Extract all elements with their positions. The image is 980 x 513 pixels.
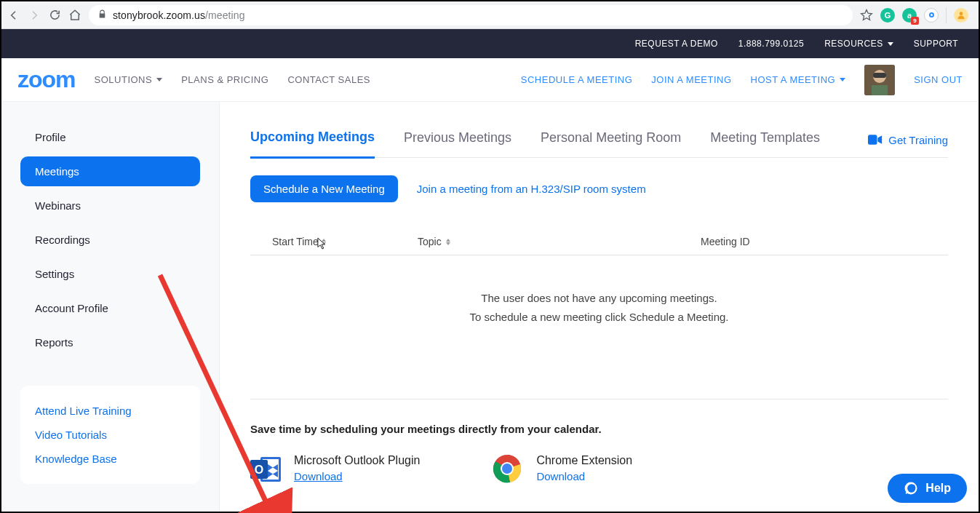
reload-button[interactable] xyxy=(48,9,61,22)
schedule-new-meeting-button[interactable]: Schedule a New Meeting xyxy=(250,175,398,202)
sidebar-item-meetings[interactable]: Meetings xyxy=(20,156,200,186)
join-sip-link[interactable]: Join a meeting from an H.323/SIP room sy… xyxy=(417,183,646,195)
tab-meeting-templates[interactable]: Meeting Templates xyxy=(710,123,820,157)
support-link[interactable]: SUPPORT xyxy=(914,39,958,49)
empty-message-2: To schedule a new meeting click Schedule… xyxy=(250,308,948,327)
sort-icon[interactable] xyxy=(446,239,450,245)
chevron-down-icon xyxy=(840,78,845,81)
join-meeting-link[interactable]: JOIN A MEETING xyxy=(651,74,731,85)
sidebar: Profile Meetings Webinars Recordings Set… xyxy=(1,102,220,512)
request-demo-link[interactable]: REQUEST A DEMO xyxy=(635,39,718,49)
profile-avatar-icon[interactable] xyxy=(954,8,968,23)
calendar-integrations: Save time by scheduling your meetings di… xyxy=(250,399,948,485)
svg-point-0 xyxy=(960,12,963,15)
mouse-cursor-icon xyxy=(317,237,327,250)
integrations-title: Save time by scheduling your meetings di… xyxy=(250,423,948,435)
extension-other-icon[interactable] xyxy=(924,8,939,23)
video-camera-icon xyxy=(868,135,883,145)
chrome-extension: Chrome Extension Download xyxy=(493,454,632,485)
main-header: zoom SOLUTIONS PLANS & PRICING CONTACT S… xyxy=(1,58,979,102)
outlook-plugin-name: Microsoft Outlook Plugin xyxy=(294,454,420,467)
svg-text:O: O xyxy=(255,464,263,476)
nav-contact-sales[interactable]: CONTACT SALES xyxy=(287,74,370,85)
nav-solutions[interactable]: SOLUTIONS xyxy=(95,74,163,85)
sidebar-item-profile[interactable]: Profile xyxy=(20,122,200,152)
star-icon[interactable] xyxy=(860,9,873,22)
chrome-download-link[interactable]: Download xyxy=(536,470,585,482)
address-bar[interactable]: stonybrook.zoom.us/meeting xyxy=(89,5,853,25)
utility-nav: REQUEST A DEMO 1.888.799.0125 RESOURCES … xyxy=(1,29,979,58)
chrome-extension-name: Chrome Extension xyxy=(536,454,632,467)
help-button[interactable]: Help xyxy=(888,474,967,503)
lock-icon xyxy=(97,9,107,21)
extension-adguard-icon[interactable]: a9 xyxy=(902,8,917,23)
sidebar-item-settings[interactable]: Settings xyxy=(20,259,200,289)
tab-upcoming-meetings[interactable]: Upcoming Meetings xyxy=(250,122,375,159)
meeting-tabs: Upcoming Meetings Previous Meetings Pers… xyxy=(250,122,948,158)
nav-plans-pricing[interactable]: PLANS & PRICING xyxy=(181,74,268,85)
phone-number[interactable]: 1.888.799.0125 xyxy=(738,39,804,49)
get-training-link[interactable]: Get Training xyxy=(868,134,948,146)
chat-bubble-icon xyxy=(904,481,918,496)
toolbar-divider xyxy=(946,7,947,23)
sidebar-help-box: Attend Live Training Video Tutorials Kno… xyxy=(20,386,200,484)
sidebar-item-reports[interactable]: Reports xyxy=(20,327,200,357)
svg-rect-3 xyxy=(873,73,886,78)
host-meeting-menu[interactable]: HOST A MEETING xyxy=(751,74,846,85)
tab-previous-meetings[interactable]: Previous Meetings xyxy=(404,123,511,157)
svg-point-13 xyxy=(502,464,512,474)
user-avatar[interactable] xyxy=(864,65,895,95)
outlook-plugin: O Microsoft Outlook Plugin Download xyxy=(250,454,420,485)
chevron-down-icon xyxy=(156,78,162,81)
empty-message-1: The user does not have any upcoming meet… xyxy=(250,289,948,308)
sign-out-link[interactable]: SIGN OUT xyxy=(914,74,963,85)
video-tutorials-link[interactable]: Video Tutorials xyxy=(35,423,186,447)
back-button[interactable] xyxy=(7,9,20,22)
home-button[interactable] xyxy=(68,9,81,22)
extension-grammarly-icon[interactable]: G xyxy=(880,8,895,23)
empty-state: The user does not have any upcoming meet… xyxy=(250,255,948,399)
sidebar-item-account-profile[interactable]: Account Profile xyxy=(20,293,200,323)
attend-training-link[interactable]: Attend Live Training xyxy=(35,399,186,423)
col-start-time[interactable]: Start Time xyxy=(272,236,319,247)
browser-toolbar: stonybrook.zoom.us/meeting G a9 xyxy=(1,1,979,29)
main-content: Upcoming Meetings Previous Meetings Pers… xyxy=(220,102,979,512)
schedule-meeting-link[interactable]: SCHEDULE A MEETING xyxy=(521,74,632,85)
tab-personal-meeting-room[interactable]: Personal Meeting Room xyxy=(541,123,681,157)
meetings-table-header: Start Time Topic Meeting ID xyxy=(250,228,948,255)
zoom-logo[interactable]: zoom xyxy=(17,66,76,93)
chrome-icon xyxy=(493,454,525,485)
url-text: stonybrook.zoom.us/meeting xyxy=(113,9,245,21)
outlook-icon: O xyxy=(250,454,282,485)
svg-rect-4 xyxy=(872,85,888,95)
knowledge-base-link[interactable]: Knowledge Base xyxy=(35,447,186,471)
sidebar-item-recordings[interactable]: Recordings xyxy=(20,225,200,255)
col-meeting-id[interactable]: Meeting ID xyxy=(701,236,750,247)
sidebar-item-webinars[interactable]: Webinars xyxy=(20,191,200,220)
svg-rect-6 xyxy=(868,135,877,144)
resources-menu[interactable]: RESOURCES xyxy=(824,39,893,49)
forward-button[interactable] xyxy=(28,9,41,22)
chevron-down-icon xyxy=(888,42,893,46)
col-topic[interactable]: Topic xyxy=(418,236,442,247)
outlook-download-link[interactable]: Download xyxy=(294,470,343,482)
